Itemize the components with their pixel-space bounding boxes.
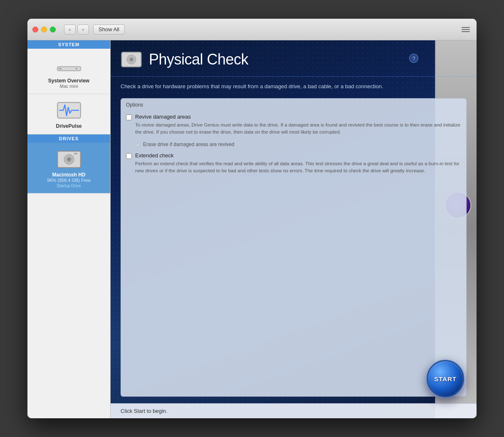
svg-point-3 <box>76 68 77 70</box>
svg-point-10 <box>68 159 70 160</box>
extended-title: Extended check <box>135 152 461 159</box>
physical-check-icon <box>121 49 142 70</box>
revive-content: Revive damaged areas To revive damaged a… <box>135 114 461 136</box>
options-header: Options <box>121 99 466 111</box>
revive-checkbox[interactable] <box>126 114 132 120</box>
sidebar-section-system: SYSTEM <box>27 40 110 49</box>
forward-button[interactable]: › <box>77 25 89 35</box>
sub-option-erase: Erase drive if damaged areas are revived <box>121 140 466 150</box>
minimize-button[interactable] <box>41 27 47 32</box>
content-footer: Click Start to begin. <box>111 403 477 418</box>
sidebar-item-macintosh-hd-label: Macintosh HD <box>52 172 85 178</box>
options-panel: Options Revive damaged areas To revive d… <box>121 98 467 397</box>
help-icon[interactable]: ? <box>409 54 418 63</box>
main-window: ‹ › Show All SYSTEM <box>27 19 477 418</box>
erase-label: Erase drive if damaged areas are revived <box>143 142 234 147</box>
traffic-lights <box>32 27 56 32</box>
svg-point-16 <box>131 59 132 60</box>
menu-icon[interactable] <box>460 25 472 35</box>
start-button-label: START <box>434 375 457 382</box>
sidebar-item-macintosh-hd-status: Startup Drive <box>57 184 81 188</box>
sidebar-item-system-overview-label: System Overview <box>48 78 89 84</box>
option-extended: Extended check Perform an extend check t… <box>121 150 466 179</box>
sidebar-item-macintosh-hd[interactable]: Macintosh HD 96% (958.4 GB) Free Startup… <box>27 143 110 194</box>
maximize-button[interactable] <box>50 27 56 32</box>
title-bar: ‹ › Show All <box>27 19 477 40</box>
extended-content: Extended check Perform an extend check t… <box>135 152 461 175</box>
mac-mini-icon <box>56 55 82 75</box>
show-all-button[interactable]: Show All <box>93 25 125 35</box>
sidebar-item-system-overview[interactable]: System Overview Mac mini <box>27 49 110 94</box>
svg-rect-11 <box>74 153 77 154</box>
main-content: SYSTEM System Overview Mac mini <box>27 40 477 418</box>
right-panel: Physical Check ? Check a drive for hardw… <box>111 40 477 418</box>
hdd-icon <box>56 149 82 169</box>
erase-checkbox <box>135 142 141 147</box>
extended-desc: Perform an extend check that verifies th… <box>135 160 461 175</box>
nav-buttons: ‹ › <box>64 25 89 35</box>
sidebar-item-drivepulse-label: DrivePulse <box>56 123 82 129</box>
start-button[interactable]: START <box>427 360 464 397</box>
option-revive: Revive damaged areas To revive damaged a… <box>121 111 466 140</box>
footer-text: Click Start to begin. <box>121 408 168 414</box>
extended-checkbox[interactable] <box>126 153 132 159</box>
sidebar-item-macintosh-hd-sublabel: 96% (958.4 GB) Free <box>47 178 91 183</box>
content-header: Physical Check ? <box>111 40 477 77</box>
back-button[interactable]: ‹ <box>64 25 76 35</box>
svg-rect-2 <box>59 68 62 70</box>
revive-desc: To revive damaged areas, Drive Genius mu… <box>135 122 461 136</box>
revive-title: Revive damaged areas <box>135 114 461 120</box>
content-description: Check a drive for hardware problems that… <box>111 77 477 97</box>
page-title: Physical Check <box>149 51 248 68</box>
sidebar-item-drivepulse[interactable]: DrivePulse <box>27 94 110 134</box>
sidebar: SYSTEM System Overview Mac mini <box>27 40 111 418</box>
sidebar-section-drives: DRIVES <box>27 134 110 143</box>
close-button[interactable] <box>32 27 38 32</box>
sidebar-item-system-overview-sublabel: Mac mini <box>59 84 78 89</box>
drivepulse-icon <box>56 101 82 121</box>
